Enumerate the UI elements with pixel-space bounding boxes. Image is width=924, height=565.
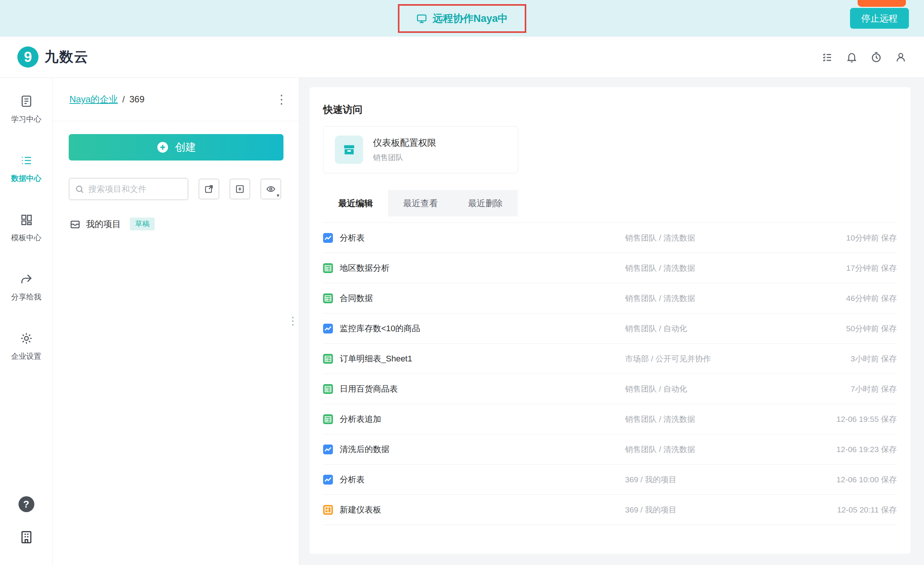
remote-corner-indicator — [858, 0, 906, 7]
brand-logo: 9 九数云 — [0, 46, 89, 68]
project-item-my-project[interactable]: 我的项目 草稿 — [69, 218, 299, 230]
file-save-time: 12-05 20:11 保存 — [784, 505, 897, 515]
table-row[interactable]: 日用百货商品表 销售团队 / 自动化 7小时前 保存 — [323, 374, 897, 404]
file-save-time: 17分钟前 保存 — [784, 263, 897, 273]
table-row[interactable]: 订单明细表_Sheet1 市场部 / 公开可见并协作 3小时前 保存 — [323, 344, 897, 374]
tab-recent-deleted[interactable]: 最近删除 — [453, 190, 518, 216]
nav-sidebar: 学习中心 数据中心 模板中心 — [0, 78, 53, 565]
chart-table-icon — [323, 233, 333, 243]
history-clock-icon[interactable] — [870, 51, 882, 63]
file-save-time: 50分钟前 保存 — [784, 323, 897, 334]
add-folder-button[interactable] — [229, 179, 250, 199]
help-icon[interactable]: ? — [18, 496, 34, 512]
file-path[interactable]: 销售团队 / 清洗数据 — [625, 414, 784, 425]
breadcrumb-current: 369 — [129, 94, 145, 105]
file-name[interactable]: 分析表 — [340, 474, 625, 485]
quick-access-card-subtitle: 销售团队 — [373, 153, 436, 163]
data-sheet-icon — [323, 384, 333, 394]
sidebar-bottom: ? — [18, 496, 34, 545]
table-row[interactable]: 清洗后的数据 销售团队 / 清洗数据 12-06 19:23 保存 — [323, 434, 897, 465]
breadcrumb: Naya的企业 / 369 ⋮ — [53, 78, 299, 121]
sidebar-item-enterprise-settings[interactable]: 企业设置 — [11, 332, 42, 361]
file-name[interactable]: 分析表追加 — [340, 414, 625, 425]
file-name[interactable]: 订单明细表_Sheet1 — [340, 353, 625, 364]
search-input[interactable] — [88, 184, 182, 194]
tab-recent-edited[interactable]: 最近编辑 — [323, 190, 388, 216]
file-path[interactable]: 销售团队 / 清洗数据 — [625, 233, 784, 243]
data-sheet-icon — [323, 293, 333, 303]
table-row[interactable]: 地区数据分析 销售团队 / 清洗数据 17分钟前 保存 — [323, 253, 897, 283]
file-path[interactable]: 销售团队 / 清洗数据 — [625, 263, 784, 273]
file-name[interactable]: 地区数据分析 — [340, 262, 625, 274]
file-name[interactable]: 清洗后的数据 — [340, 444, 625, 455]
table-row[interactable]: 合同数据 销售团队 / 清洗数据 46分钟前 保存 — [323, 283, 897, 313]
chart-table-icon — [323, 324, 333, 333]
file-path[interactable]: 销售团队 / 清洗数据 — [625, 444, 784, 455]
recent-tabs: 最近编辑 最近查看 最近删除 — [323, 190, 897, 216]
file-save-time: 10分钟前 保存 — [784, 233, 897, 243]
file-path[interactable]: 369 / 我的项目 — [625, 505, 784, 515]
table-row[interactable]: 分析表 369 / 我的项目 12-06 10:00 保存 — [323, 465, 897, 495]
file-path[interactable]: 销售团队 / 自动化 — [625, 323, 784, 334]
file-name[interactable]: 分析表 — [340, 232, 625, 244]
sidebar-item-template-center[interactable]: 模板中心 — [11, 213, 42, 243]
notification-bell-icon[interactable] — [846, 51, 858, 63]
table-row[interactable]: 新建仪表板 369 / 我的项目 12-05 20:11 保存 — [323, 495, 897, 525]
recent-table: 分析表 销售团队 / 清洗数据 10分钟前 保存 地区数据分析 销售团队 / 清… — [323, 222, 897, 525]
sidebar-item-learning-center[interactable]: 学习中心 — [11, 94, 42, 124]
sidebar-item-shared-with-me[interactable]: 分享给我 — [11, 272, 42, 302]
open-external-icon — [204, 184, 214, 194]
file-path[interactable]: 369 / 我的项目 — [625, 474, 784, 485]
shared-with-me-icon — [20, 272, 33, 286]
sidebar-item-label: 学习中心 — [11, 114, 42, 124]
sidebar-item-data-center[interactable]: 数据中心 — [11, 154, 42, 184]
quick-access-card[interactable]: 仪表板配置权限 销售团队 — [323, 126, 518, 173]
plus-circle-icon — [156, 141, 169, 154]
project-panel: Naya的企业 / 369 ⋮ 创建 — [53, 78, 299, 565]
search-box — [69, 178, 188, 200]
app-root: 远程协作Naya中 停止远程 9 九数云 — [0, 0, 924, 565]
tab-recent-viewed[interactable]: 最近查看 — [388, 190, 453, 216]
file-name[interactable]: 新建仪表板 — [340, 504, 625, 516]
quick-access-text: 仪表板配置权限 销售团队 — [373, 137, 436, 163]
quick-access-card-title: 仪表板配置权限 — [373, 137, 436, 149]
todo-list-icon[interactable] — [821, 51, 833, 63]
remote-status-highlight: 远程协作Naya中 — [398, 4, 526, 33]
sidebar-item-label: 数据中心 — [11, 173, 42, 184]
content-card: 快速访问 仪表板配置权限 销售团队 最近编辑 — [310, 87, 910, 554]
learning-center-icon — [20, 94, 33, 108]
header-actions — [821, 51, 924, 63]
data-sheet-icon — [323, 354, 333, 364]
user-profile-icon[interactable] — [895, 51, 907, 63]
stop-remote-button[interactable]: 停止远程 — [850, 8, 909, 29]
breadcrumb-separator: / — [122, 94, 125, 105]
file-path[interactable]: 销售团队 / 自动化 — [625, 384, 784, 394]
create-button[interactable]: 创建 — [69, 134, 283, 161]
file-name[interactable]: 合同数据 — [340, 293, 625, 304]
open-external-button[interactable] — [199, 179, 219, 199]
chevron-down-icon: ▾ — [277, 192, 279, 198]
screen-share-icon — [416, 13, 427, 24]
file-save-time: 12-06 10:00 保存 — [784, 474, 897, 485]
project-name: 我的项目 — [86, 218, 121, 230]
file-path[interactable]: 销售团队 / 清洗数据 — [625, 293, 784, 304]
file-name[interactable]: 监控库存数<10的商品 — [340, 323, 625, 334]
file-path[interactable]: 市场部 / 公开可见并协作 — [625, 354, 784, 364]
template-center-icon — [20, 213, 33, 227]
table-row[interactable]: 监控库存数<10的商品 销售团队 / 自动化 50分钟前 保存 — [323, 313, 897, 344]
file-save-time: 3小时前 保存 — [784, 354, 897, 364]
app-body: 学习中心 数据中心 模板中心 — [0, 78, 924, 565]
table-row[interactable]: 分析表 销售团队 / 清洗数据 10分钟前 保存 — [323, 223, 897, 253]
jiushuyun-logo-icon: 9 — [17, 46, 38, 68]
kebab-menu-icon[interactable]: ⋮ — [276, 93, 288, 105]
project-inbox-icon — [69, 218, 81, 230]
breadcrumb-org-link[interactable]: Naya的企业 — [69, 93, 118, 105]
create-button-label: 创建 — [175, 140, 196, 154]
organization-icon[interactable] — [19, 529, 34, 545]
file-name[interactable]: 日用百货商品表 — [340, 383, 625, 395]
panel-resize-handle[interactable]: ⋮ — [288, 316, 298, 326]
brand-name: 九数云 — [45, 48, 89, 66]
table-row[interactable]: 分析表追加 销售团队 / 清洗数据 12-06 19:55 保存 — [323, 404, 897, 434]
visibility-eye-button[interactable]: ▾ — [260, 179, 281, 199]
search-icon — [75, 184, 85, 194]
